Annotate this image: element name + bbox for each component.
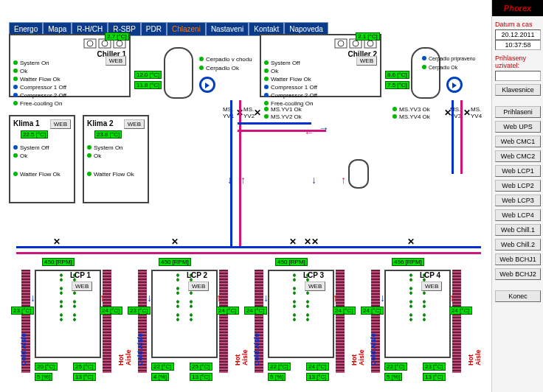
sidebar-button-web-lcp1[interactable]: Web LCP1 [495,165,541,177]
arrow-icon: ↑ [333,292,338,304]
cerpadlo-1-status-1: Cerpadlo v chodu [199,56,252,63]
time-field: 10:37:58 [495,40,541,50]
status-line: Watter Flow Ok [87,171,145,178]
valve-yv4-label: MS. YV4 [471,106,482,119]
user-field[interactable] [495,71,541,81]
fan-icon [83,38,97,49]
lcp-hot-in-temp: 24 [°C] [100,307,122,315]
status-line: Compressor 1 Off [264,84,377,91]
lcp-title: LCP 1 [70,271,91,279]
arrow-icon: ↓ [380,292,385,304]
svg-point-7 [338,41,344,46]
lcp-4: 456 [RPM]Cold AisleHot AisleLCP 4WEB24 [… [362,255,473,377]
cold-aisle-label: Cold Aisle [253,333,260,365]
pump-2 [446,77,463,93]
cerpadlo-1-status-2: Cerpadlo Ok [199,65,239,71]
sidebar-button-web-chill-1[interactable]: Web Chill.1 [495,224,541,236]
sidebar-button-klavesnice[interactable]: Klavesnice [495,84,541,96]
lcp-hot-in-temp: 24 [°C] [216,307,239,315]
hot-aisle-label: Hot Aisle [467,350,482,366]
svg-point-1 [87,41,93,46]
chiller-1-web-button[interactable]: WEB [106,56,126,66]
lcp-rpm: 450 [RPM] [159,258,191,266]
lcp-out-2: 5 [%] [268,373,286,381]
valve-yv2-ok: MS.YV2 Ok [264,113,302,120]
hot-aisle-bar [452,270,461,373]
klima-2-web-button[interactable]: WEB [124,119,145,129]
valve-x-icon: ✕ [407,237,415,247]
chiller-2-panel: Chiller 2 System OffOkWatter Flow OkComp… [260,34,381,97]
chiller-2-top-temp: 2.1 [°C] [356,32,380,41]
lcp-web-button[interactable]: WEB [72,281,92,291]
klima-1-web-button[interactable]: WEB [50,119,71,129]
status-line: Compressor 1 Off [13,84,126,91]
sidebar-button-web-chill-2[interactable]: Web Chill.2 [495,239,541,251]
sidebar-button-web-bchj2[interactable]: Web BCHJ2 [495,268,541,280]
valve-x-icon: ✕ [171,237,179,247]
lcp-1: 450 [RPM]Cold AisleHot AisleLCP 1WEB23 [… [13,255,123,377]
date-field: 20.12.2011 [495,29,541,40]
status-line: Watter Flow Ok [13,171,71,178]
status-line: System Off [13,144,71,151]
lcp-out-3: 25 [°C] [190,363,212,371]
arrow-icon: ↓ [311,174,317,186]
valve-x-icon: ✕ [289,237,297,247]
arrow-icon: ↓ [30,292,35,304]
chiller-2-out-temp-2: 7.5 [°C] [385,81,409,89]
lcp-web-button[interactable]: WEB [305,281,325,291]
buffer-tank [348,159,369,189]
lcp-cold-in-temp: 23 [°C] [11,307,34,315]
status-line: Compressor 2 Off [13,92,126,99]
sidebar-button-web-ups[interactable]: Web UPS [495,121,541,133]
valve-yv4-ok: MS.YV4 Ok [392,113,430,120]
cerpadlo-2-status-1: Cerpadlo pripraveno [422,56,475,61]
lcp-rpm: 450 [RPM] [275,258,308,266]
lcp-3: 450 [RPM]Cold AisleHot AisleLCP 3WEB24 [… [246,255,356,377]
svg-point-5 [117,41,122,46]
arrow-icon: ↓ [263,292,269,304]
lcp-cold-in-temp: 24 [°C] [361,307,384,315]
status-line: Free-cooling On [13,100,126,107]
sidebar: Phorex Datum a cas 20.12.2011 10:37:58 P… [491,0,543,392]
pump-1 [199,77,215,93]
sidebar-button-web-lcp2[interactable]: Web LCP2 [495,180,541,192]
lcp-web-button[interactable]: WEB [421,281,442,291]
tank-1 [164,47,193,99]
cold-aisle-label: Cold Aisle [136,333,144,365]
sidebar-button-prihlaseni[interactable]: Prihlaseni [495,106,541,118]
arrow-icon: ← [304,127,314,139]
lcp-title: LCP 2 [187,271,207,279]
lcp-web-button[interactable]: WEB [188,281,209,291]
cerpadlo-2-status-2: Cerpadlo Ok [422,65,457,70]
lcp-out-2: 4 [%] [151,373,169,381]
user-label: Prihlaseny uzivatel: [495,55,540,69]
chiller-2-web-button[interactable]: WEB [356,56,377,66]
chiller-1-out-temp-1: 12.0 [°C] [134,71,162,79]
chiller-1-top-temp: 2.7 [°C] [105,32,129,41]
tank-2 [411,47,440,99]
hot-aisle-bar [103,270,111,373]
sidebar-button-web-cmc1[interactable]: Web CMC1 [495,136,541,147]
klima-1-panel: Klima 1 WEB 22.5 [°C] System OffOkWatter… [9,115,75,203]
lcp-rpm: 456 [RPM] [392,258,424,266]
klima-2-panel: Klima 2 WEB 23.8 [°C] System OnOkWatter … [83,115,149,203]
status-line: Ok [13,153,71,159]
sidebar-button-konec[interactable]: Konec [495,290,541,302]
sidebar-button-web-cmc2[interactable]: Web CMC2 [495,150,541,162]
lcp-out-4: 13 [°C] [306,373,329,381]
status-line: Watter Flow Ok [264,76,377,83]
sidebar-button-web-bchj1[interactable]: Web BCHJ1 [495,253,541,265]
sidebar-button-web-lcp3[interactable]: Web LCP3 [495,195,541,206]
date-label: Datum a cas [495,21,540,28]
klima-2-temp: 23.8 [°C] [94,130,122,139]
lcp-out-4: 13 [°C] [190,373,212,381]
cold-aisle-label: Cold Aisle [370,333,377,365]
chiller-1-panel: Chiller 1 System OnOkWatter Flow OkCompr… [9,34,131,97]
sidebar-button-web-lcp4[interactable]: Web LCP4 [495,209,541,221]
arrow-icon: ↓ [227,174,232,186]
lcp-cold-in-temp: 23 [°C] [128,307,151,315]
svg-point-9 [353,41,359,46]
lcp-out-1: 22 [°C] [268,363,291,371]
arrow-icon: ↑ [449,292,454,304]
status-line: Ok [87,153,145,159]
